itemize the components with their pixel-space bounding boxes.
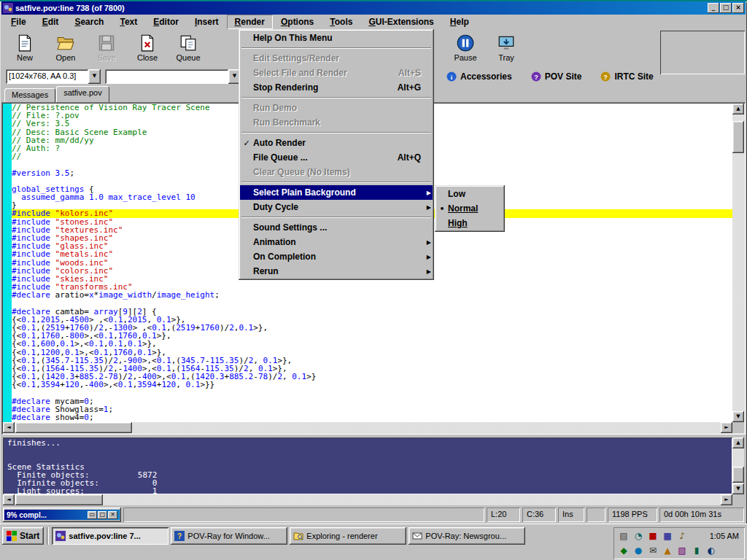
scroll-down-icon[interactable]: ▼ — [732, 483, 744, 494]
modem-tray-icon[interactable]: ◆ — [618, 545, 630, 556]
antivirus-tray-icon[interactable]: ■ — [647, 530, 659, 542]
volume-tray-icon[interactable]: ♪ — [676, 530, 688, 542]
mail-tray-icon[interactable]: ✉ — [647, 545, 659, 556]
message-pane: finishes... Scene Statistics Finite obje… — [1, 436, 746, 506]
message-horizontal-scrollbar[interactable]: ◄ ► — [3, 494, 732, 505]
tray-row-top: ▤◔■▦♪ 1:05 AM — [618, 529, 740, 542]
menu-item-help-on-this-menu[interactable]: Help On This Menu — [240, 31, 433, 45]
status-empty-panel — [587, 508, 605, 522]
submenu-item-low[interactable]: Low — [436, 187, 503, 201]
scroll-up-icon[interactable]: ▲ — [732, 438, 744, 448]
tray-button[interactable]: Tray — [486, 31, 527, 65]
menu-item-auto-render[interactable]: ✓Auto Render — [240, 136, 433, 150]
tab-messages[interactable]: Messages — [4, 88, 55, 102]
irtc-site-link[interactable]: ?IRTC Site — [600, 71, 653, 82]
menu-text[interactable]: Text — [112, 15, 145, 29]
task-satfive-pov-line-7[interactable]: satfive.pov:line 7... — [52, 527, 169, 545]
menu-item-run-demo[interactable]: Run Demo — [240, 101, 433, 115]
menu-edit[interactable]: Edit — [34, 15, 67, 29]
menu-separator — [241, 47, 431, 49]
tray-row-bottom: ◆●✉▲▧▮◐ — [618, 544, 740, 557]
menu-item-clear-queue-no-items[interactable]: Clear Queue (No Items) — [240, 165, 433, 179]
menu-item-file-queue[interactable]: File Queue ...Alt+Q — [240, 150, 433, 165]
submenu-item-normal[interactable]: •Normal — [436, 201, 503, 216]
scroll-left-icon[interactable]: ◄ — [3, 422, 15, 433]
render-preset-value: [1024x768, AA 0.3] — [6, 69, 88, 84]
open-button[interactable]: Open — [45, 31, 86, 65]
task-pov-ray-newsgrou[interactable]: POV-Ray: Newsgrou... — [409, 527, 525, 545]
menu-insert[interactable]: Insert — [187, 15, 227, 29]
editor-vertical-scrollbar[interactable]: ▲ ▼ — [732, 104, 744, 422]
svg-text:?: ? — [604, 74, 608, 81]
new-button[interactable]: New — [4, 31, 45, 65]
render-progress-window[interactable]: 9% compl... ▭□× — [3, 508, 121, 522]
restore-button[interactable]: ▭ — [88, 511, 97, 519]
menu-options[interactable]: Options — [273, 15, 322, 29]
editor-horizontal-scrollbar[interactable]: ◄ ► — [3, 422, 732, 433]
submenu-item-label: Low — [448, 189, 502, 199]
message-vertical-scrollbar[interactable]: ▲ ▼ — [732, 438, 744, 494]
menu-item-duty-cycle[interactable]: Duty Cycle▶ — [240, 200, 433, 214]
horizontal-scroll-thumb[interactable] — [15, 422, 132, 433]
scroll-right-icon[interactable]: ► — [721, 422, 732, 433]
menu-item-animation[interactable]: Animation▶ — [240, 235, 433, 249]
update-tray-icon[interactable]: ◐ — [705, 545, 717, 556]
menu-item-stop-rendering[interactable]: Stop RenderingAlt+G — [240, 80, 433, 95]
task-exploring-renderer[interactable]: Exploring - renderer — [290, 527, 406, 545]
code-line: #declare aratio=x*image_width/image_heig… — [12, 291, 732, 299]
network-tray-icon[interactable]: ▧ — [676, 545, 688, 556]
minimize-button[interactable]: _ — [708, 3, 719, 13]
status-bar: 9% compl... ▭□× L:20C:36Ins1198 PPS0d 00… — [1, 506, 746, 524]
menu-item-select-file-and-render[interactable]: Select File and RenderAlt+S — [240, 66, 433, 80]
scroll-up-icon[interactable]: ▲ — [732, 104, 744, 114]
task-pov-ray-for-window[interactable]: ?POV-Ray for Window... — [171, 527, 287, 545]
menu-item-rerun[interactable]: Rerun▶ — [240, 264, 433, 279]
vertical-scroll-thumb[interactable] — [732, 467, 744, 483]
preset-dropdown-button[interactable]: ▼ — [88, 69, 101, 84]
start-button[interactable]: Start — [2, 527, 44, 545]
cd-player-tray-icon[interactable]: ● — [632, 545, 644, 556]
scroll-left-icon[interactable]: ◄ — [3, 494, 15, 505]
maximize-button[interactable]: □ — [98, 511, 107, 519]
submenu-item-high[interactable]: High — [436, 216, 503, 230]
maximize-button[interactable]: □ — [720, 3, 732, 13]
scroll-right-icon[interactable]: ► — [721, 494, 732, 505]
tab-satfive-pov[interactable]: satfive.pov — [56, 86, 109, 102]
menu-gui-extensions[interactable]: GUI-Extensions — [360, 15, 441, 29]
menu-item-label: Select Plain Background — [253, 187, 411, 198]
menu-help[interactable]: Help — [442, 15, 477, 29]
scrollbar-corner — [732, 422, 744, 433]
menu-file[interactable]: File — [3, 15, 34, 29]
menu-bar: FileEditSearchTextEditorInsertRenderOpti… — [1, 15, 746, 29]
taskbar-clock[interactable]: 1:05 AM — [710, 532, 740, 540]
source-file-combo[interactable]: ▼ — [105, 69, 241, 84]
menu-editor[interactable]: Editor — [145, 15, 187, 29]
pause-button[interactable]: Pause — [445, 31, 486, 65]
scroll-down-icon[interactable]: ▼ — [732, 411, 744, 422]
graphics-card-tray-icon[interactable]: ▲ — [662, 545, 673, 556]
menu-search[interactable]: Search — [66, 15, 112, 29]
menu-item-select-plain-background[interactable]: Select Plain Background▶ — [240, 185, 433, 200]
menu-item-edit-settings-render[interactable]: Edit Settings/Render — [240, 51, 433, 66]
display-tray-icon[interactable]: ▦ — [662, 530, 673, 542]
close-button[interactable]: Close — [127, 31, 168, 65]
vertical-scroll-thumb[interactable] — [732, 121, 744, 153]
submenu-arrow-icon: ▶ — [421, 254, 431, 260]
printer-tray-icon[interactable]: ▤ — [618, 530, 630, 542]
menu-item-run-benchmark[interactable]: Run Benchmark — [240, 115, 433, 130]
menu-item-on-completion[interactable]: On Completion▶ — [240, 249, 433, 264]
pov-site-link[interactable]: ?POV Site — [531, 71, 582, 82]
close-button[interactable]: × — [732, 3, 744, 13]
accessories-link[interactable]: iAccessories — [446, 71, 512, 82]
render-preset-combo[interactable]: [1024x768, AA 0.3] ▼ — [6, 69, 101, 84]
scheduler-tray-icon[interactable]: ◔ — [632, 530, 644, 542]
message-line — [7, 455, 728, 463]
queue-button[interactable]: Queue — [168, 31, 209, 65]
horizontal-scroll-thumb[interactable] — [15, 494, 103, 505]
menu-item-sound-settings[interactable]: Sound Settings ... — [240, 220, 433, 235]
close-button[interactable]: × — [108, 511, 117, 519]
power-tray-icon[interactable]: ▮ — [691, 545, 703, 556]
render-preview-thumbnail[interactable] — [660, 31, 745, 74]
menu-render[interactable]: Render — [227, 15, 273, 29]
menu-tools[interactable]: Tools — [322, 15, 360, 29]
